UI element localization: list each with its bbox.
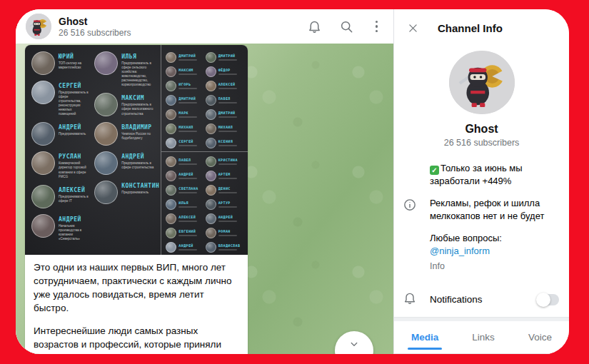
person-name: АНДРЕЙ xyxy=(218,215,237,219)
grid-row: СВЕТЛАНАДЕНИС xyxy=(166,183,245,197)
person-photo xyxy=(166,185,176,196)
grid-person: ВЛАДИСЛАВ xyxy=(206,240,245,254)
person-photo xyxy=(94,51,118,75)
person-name: АНДРЕЙ xyxy=(59,122,86,131)
person-photo xyxy=(206,109,216,120)
channel-avatar-small[interactable] xyxy=(26,14,51,39)
close-icon[interactable] xyxy=(407,22,419,34)
person-photo xyxy=(94,122,118,146)
about-row-3: Любые вопросы: @ninja_inform Info xyxy=(394,232,569,273)
person-desc-line xyxy=(178,192,197,193)
bell-icon[interactable] xyxy=(307,19,322,34)
grid-person: АНДРЕЙ xyxy=(166,168,205,183)
person-name: ДЕНИС xyxy=(218,186,237,191)
person-desc: Коммерческий директор торговой компании … xyxy=(59,161,89,178)
person-photo xyxy=(206,123,216,134)
person-desc-line xyxy=(218,59,237,61)
message-text: Это одни из наших первых ВИП, много лет … xyxy=(25,255,248,354)
person-name: АНДРЕЙ xyxy=(121,151,159,160)
person-desc: Чемпион России по бодибилдингу xyxy=(121,132,159,141)
person-desc-line xyxy=(218,102,237,103)
channel-avatar-large[interactable] xyxy=(449,51,515,114)
person-photo xyxy=(166,228,176,238)
message-paragraph: Интереснейшие люди самых разных возрасто… xyxy=(34,324,239,354)
person-desc-line xyxy=(178,74,197,75)
grid-row: ДМИТРИЙПАВЕЛ xyxy=(166,93,245,107)
chat-subscribers: 26 516 subscribers xyxy=(59,28,131,38)
grid-row: АНДРЕЙАРТЕМ xyxy=(166,168,245,183)
person-photo xyxy=(206,185,216,196)
bell-icon xyxy=(403,290,430,308)
tab-links[interactable]: Links xyxy=(472,321,495,353)
person-desc: Предприниматель xyxy=(59,132,86,136)
message-photo-collage[interactable]: ЮРИЙТОП-селлер на маркетплейсахСЕРГЕЙПре… xyxy=(25,45,248,255)
grid-row: ПАВЕЛКРИСТИНА xyxy=(166,154,245,168)
about-row-2: Рекламы, рефок и шилла мелкокапов нет и … xyxy=(394,197,569,223)
person-name: ВЛАДИСЛАВ xyxy=(218,243,241,248)
person-desc-line xyxy=(218,116,237,118)
tab-media[interactable]: Media xyxy=(411,321,438,353)
person-desc: Начальник производства в компании «Север… xyxy=(59,224,89,241)
chat-header[interactable]: Ghost 26 516 subscribers xyxy=(16,9,393,44)
grid-person: АЛЕКСЕЙ xyxy=(206,79,245,93)
grid-person: СВЕТЛАНА xyxy=(166,183,205,197)
person-name: АНДРЕЙ xyxy=(178,243,197,248)
grid-person: ДМИТРИЙ xyxy=(206,107,245,121)
about-text-1: ✓Только за июнь мы заработали +449% xyxy=(430,162,560,188)
grid-person: АНДРЕЙ xyxy=(206,211,245,226)
person-photo xyxy=(206,199,216,210)
collage-grid-top: ДМИТРИЙДМИТРИЙМАКСИМФЁДОРИГОРЬАЛЕКСЕЙДМИ… xyxy=(166,50,245,150)
check-icon: ✓ xyxy=(430,166,439,175)
scroll-to-bottom-button[interactable] xyxy=(335,331,373,354)
shared-media-tabs: Media Links Voice xyxy=(394,321,569,353)
person-desc-line xyxy=(218,192,237,193)
person-name: АНДРЕЙ xyxy=(59,214,89,223)
person-desc-line xyxy=(178,221,197,222)
grid-person: АЛЕКСЕЙ xyxy=(166,211,205,226)
grid-row: АЛЕКСЕЙАНДРЕЙ xyxy=(166,211,245,226)
person-desc-line xyxy=(218,221,237,222)
grid-person: МИХАИЛ xyxy=(166,121,205,136)
tab-voice[interactable]: Voice xyxy=(528,321,552,353)
person-name: ЮРИЙ xyxy=(59,51,89,60)
notifications-toggle[interactable] xyxy=(538,294,559,305)
tabs-divider xyxy=(394,353,569,354)
kebab-menu-icon[interactable] xyxy=(371,19,383,34)
grid-person: ДМИТРИЙ xyxy=(206,50,245,64)
collage-person: АНДРЕЙПредприниматель xyxy=(31,122,89,146)
person-photo xyxy=(206,138,216,148)
channel-mention-link[interactable]: @ninja_inform xyxy=(430,246,490,256)
panel-title: Channel Info xyxy=(438,22,503,34)
person-desc-line xyxy=(178,59,197,61)
grid-person: КРИСТИНА xyxy=(206,154,245,168)
person-name: РУСЛАН xyxy=(59,151,89,160)
person-desc-line xyxy=(178,116,197,118)
collage-right-section: ДМИТРИЙДМИТРИЙМАКСИМФЁДОРИГОРЬАЛЕКСЕЙДМИ… xyxy=(161,45,248,255)
person-name: АНДРЕЙ xyxy=(178,172,197,176)
grid-person: РОМАН xyxy=(206,226,245,240)
collage-person: АНДРЕЙПредприниматель в сфере строительс… xyxy=(94,151,159,175)
person-desc-line xyxy=(218,145,237,146)
info-caption: Info xyxy=(430,261,560,273)
grid-row: ДМИТРИЙДМИТРИЙ xyxy=(166,50,245,64)
person-photo xyxy=(166,66,176,77)
notifications-row[interactable]: Notifications xyxy=(394,283,569,317)
person-name: МАКСИМ xyxy=(178,68,197,72)
collage-person: КОНСТАНТИНПредприниматель xyxy=(94,181,159,204)
ninja-avatar-icon xyxy=(26,14,51,39)
person-desc-line xyxy=(178,235,197,236)
person-photo xyxy=(31,81,55,104)
person-desc-line xyxy=(218,235,237,236)
person-photo xyxy=(166,242,176,253)
person-photo xyxy=(206,52,216,63)
ninja-avatar-icon xyxy=(449,51,515,114)
person-name: ИГОРЬ xyxy=(178,82,197,86)
person-name: СЕРГЕЙ xyxy=(178,139,197,143)
grid-person: АНДРЕЙ xyxy=(166,240,205,254)
search-icon[interactable] xyxy=(339,19,354,34)
person-photo xyxy=(166,213,176,224)
person-desc-line xyxy=(218,131,237,132)
message-bubble: ЮРИЙТОП-селлер на маркетплейсахСЕРГЕЙПре… xyxy=(25,45,248,354)
person-desc-line xyxy=(178,206,197,208)
chat-header-actions xyxy=(307,19,383,34)
